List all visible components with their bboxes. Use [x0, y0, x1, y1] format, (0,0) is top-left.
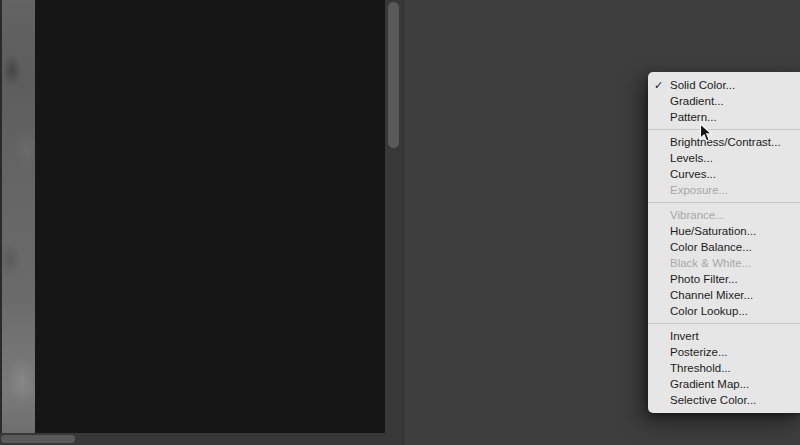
- menu-separator: [648, 323, 800, 324]
- menu-item[interactable]: Color Lookup...: [648, 303, 800, 319]
- menu-item[interactable]: Gradient...: [648, 93, 800, 109]
- menu-item[interactable]: Selective Color...: [648, 392, 800, 408]
- checkmark-icon: ✓: [654, 77, 663, 93]
- menu-item: Black & White...: [648, 255, 800, 271]
- document-canvas[interactable]: [0, 0, 385, 433]
- horizontal-scrollbar-thumb[interactable]: [1, 435, 75, 443]
- menu-item[interactable]: Hue/Saturation...: [648, 223, 800, 239]
- menu-item[interactable]: Channel Mixer...: [648, 287, 800, 303]
- menu-separator: [648, 129, 800, 130]
- menu-item[interactable]: ✓Solid Color...: [648, 77, 800, 93]
- menu-item[interactable]: Posterize...: [648, 344, 800, 360]
- vertical-scrollbar-thumb[interactable]: [388, 2, 399, 148]
- menu-item[interactable]: Threshold...: [648, 360, 800, 376]
- mouse-cursor-arrow-icon: [699, 123, 713, 147]
- canvas-horizontal-scrollbar[interactable]: [0, 433, 405, 445]
- new-adjustment-layer-menu: ✓Solid Color...Gradient...Pattern...Brig…: [648, 72, 800, 413]
- menu-item[interactable]: Photo Filter...: [648, 271, 800, 287]
- canvas-vertical-scrollbar[interactable]: [385, 0, 405, 433]
- menu-item: Exposure...: [648, 182, 800, 198]
- menu-item[interactable]: Pattern...: [648, 109, 800, 125]
- menu-item: Vibrance...: [648, 207, 800, 223]
- menu-separator: [648, 202, 800, 203]
- menu-item[interactable]: Levels...: [648, 150, 800, 166]
- menu-item[interactable]: Brightness/Contrast...: [648, 134, 800, 150]
- photo-edge-texture: [0, 0, 35, 433]
- menu-item[interactable]: Invert: [648, 328, 800, 344]
- menu-item[interactable]: Color Balance...: [648, 239, 800, 255]
- menu-item[interactable]: Gradient Map...: [648, 376, 800, 392]
- menu-item[interactable]: Curves...: [648, 166, 800, 182]
